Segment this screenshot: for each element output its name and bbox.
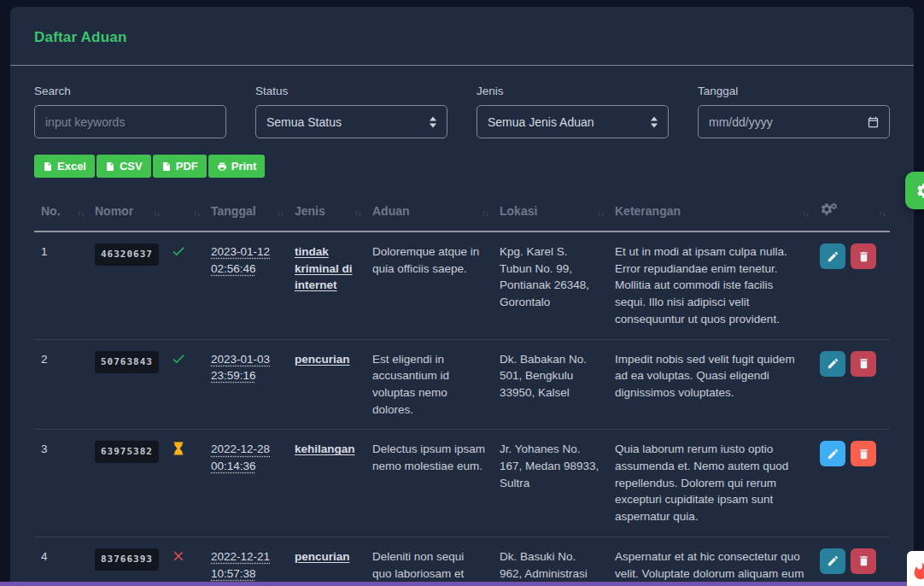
column-label: Keterangan <box>615 204 681 218</box>
gear-icon <box>915 182 924 200</box>
pdf-button[interactable]: PDF <box>153 155 207 178</box>
column-label: Nomor <box>95 204 133 218</box>
delete-button[interactable] <box>851 548 876 574</box>
keterangan-text: Et ut in modi at ipsam culpa nulla. Erro… <box>608 231 813 339</box>
file-excel-icon <box>43 161 53 172</box>
printer-icon <box>217 161 227 172</box>
settings-fab-button[interactable] <box>905 172 924 209</box>
hourglass-icon <box>171 441 186 456</box>
excel-button-label: Excel <box>57 160 86 173</box>
delete-button[interactable] <box>851 441 876 466</box>
pencil-icon <box>827 357 839 370</box>
table-row: 1 46320637 2023-01-12 02:56:46 tindak kr… <box>34 231 890 339</box>
jenis-link[interactable]: tindak kriminal di internet <box>295 245 353 291</box>
status-cell <box>164 231 204 339</box>
status-select[interactable]: Semua Status <box>255 105 447 138</box>
column-header-nomor[interactable]: Nomor <box>88 190 164 231</box>
table-row: 3 63975382 2022-12-28 00:14:36 kehilanga… <box>34 430 890 537</box>
keterangan-text: Impedit nobis sed velit fugit quidem ad … <box>608 339 813 430</box>
tanggal-value[interactable]: 2022-12-28 00:14:36 <box>211 442 270 472</box>
row-number: 3 <box>34 430 88 537</box>
edit-button[interactable] <box>820 243 845 269</box>
complaints-card: Daftar Aduan Search Status Semua Status … <box>10 7 914 586</box>
trash-icon <box>857 357 870 370</box>
jenis-select[interactable]: Semua Jenis Aduan <box>477 105 669 138</box>
print-button[interactable]: Print <box>208 155 266 178</box>
delete-button[interactable] <box>851 351 876 377</box>
tanggal-filter: Tanggal mm/dd/yyyy <box>698 85 890 138</box>
status-select-value: Semua Status <box>266 115 436 129</box>
jenis-filter: Jenis Semua Jenis Aduan <box>477 85 669 138</box>
search-input[interactable] <box>34 105 226 138</box>
check-icon <box>171 243 186 259</box>
edit-button[interactable] <box>820 441 845 466</box>
pencil-icon <box>827 250 839 263</box>
table-row: 2 50763843 2023-01-03 23:59:16 pencurian… <box>34 339 890 430</box>
jenis-select-value: Semua Jenis Aduan <box>488 115 658 129</box>
date-input[interactable]: mm/dd/yyyy <box>698 105 890 138</box>
csv-button[interactable]: CSV <box>96 155 151 178</box>
csv-button-label: CSV <box>120 160 143 173</box>
edit-button[interactable] <box>820 351 845 377</box>
jenis-link[interactable]: pencurian <box>295 353 350 366</box>
trash-icon <box>857 250 870 263</box>
filters-row: Search Status Semua Status Jenis Semua J… <box>10 66 914 138</box>
status-cell <box>164 430 204 537</box>
column-header-lokasi[interactable]: Lokasi <box>493 190 608 231</box>
column-label: Jenis <box>295 204 325 218</box>
column-header-tanggal[interactable]: Tanggal <box>204 190 288 231</box>
column-header-no[interactable]: No. <box>34 190 88 231</box>
keterangan-text: Quia laborum rerum iusto optio assumenda… <box>608 430 813 537</box>
excel-button[interactable]: Excel <box>34 155 95 178</box>
search-filter: Search <box>34 85 226 138</box>
card-header: Daftar Aduan <box>10 7 914 66</box>
status-cell <box>164 536 204 586</box>
tanggal-label: Tanggal <box>698 85 890 97</box>
nomor-badge: 63975382 <box>95 441 159 463</box>
flame-icon <box>911 562 924 581</box>
column-header-jenis[interactable]: Jenis <box>288 190 366 231</box>
row-number: 1 <box>34 231 88 339</box>
row-number: 4 <box>34 536 88 586</box>
delete-button[interactable] <box>851 243 876 269</box>
jenis-link[interactable]: pencurian <box>295 550 350 563</box>
tanggal-value[interactable]: 2023-01-12 02:56:46 <box>211 245 270 275</box>
tanggal-value[interactable]: 2023-01-03 23:59:16 <box>211 353 270 383</box>
gears-icon <box>820 205 838 219</box>
trash-icon <box>857 448 870 460</box>
column-header-aduan[interactable]: Aduan <box>366 190 493 231</box>
aduan-text: Doloremque atque in quia officiis saepe. <box>366 231 493 339</box>
complaints-table: No. Nomor Tanggal Jenis Aduan Lokasi Ket… <box>34 190 890 586</box>
column-label: Lokasi <box>500 204 537 218</box>
file-pdf-icon <box>161 161 172 172</box>
jenis-label: Jenis <box>477 85 669 97</box>
keterangan-text: Aspernatur et at hic consectetur quo vel… <box>608 536 813 586</box>
column-header-keterangan[interactable]: Keterangan <box>608 190 813 231</box>
aduan-text: Est eligendi in accusantium id voluptas … <box>366 339 493 430</box>
select-caret-icon <box>430 116 436 127</box>
file-csv-icon <box>105 161 115 172</box>
nomor-badge: 83766393 <box>95 548 159 571</box>
column-label: No. <box>41 204 61 218</box>
status-filter: Status Semua Status <box>255 85 447 138</box>
x-icon <box>171 548 186 564</box>
pencil-icon <box>827 554 839 567</box>
search-label: Search <box>34 85 226 97</box>
debugbar-toggle-button[interactable] <box>907 551 924 586</box>
tanggal-value[interactable]: 2022-12-21 10:57:38 <box>211 550 270 580</box>
calendar-icon <box>867 115 880 128</box>
aduan-text: Deleniti non sequi quo laboriosam et dol… <box>366 536 493 586</box>
table-row: 4 83766393 2022-12-21 10:57:38 pencurian… <box>34 536 890 586</box>
export-buttons: Excel CSV PDF Print <box>10 138 914 178</box>
edit-button[interactable] <box>820 548 845 574</box>
column-header-actions[interactable] <box>813 190 890 231</box>
trash-icon <box>857 554 870 567</box>
jenis-link[interactable]: kehilangan <box>295 442 355 455</box>
table-header-row: No. Nomor Tanggal Jenis Aduan Lokasi Ket… <box>34 190 890 231</box>
nomor-badge: 46320637 <box>95 243 159 266</box>
debugbar-strip <box>0 582 924 586</box>
page-title: Daftar Aduan <box>34 29 890 46</box>
status-label: Status <box>255 85 447 97</box>
column-header-status[interactable] <box>164 190 204 231</box>
aduan-text: Delectus ipsum ipsam nemo molestiae eum. <box>366 430 493 537</box>
